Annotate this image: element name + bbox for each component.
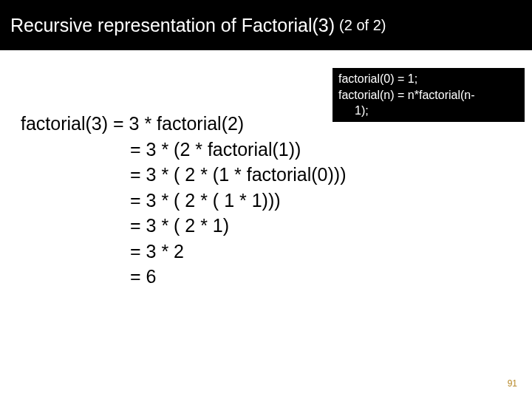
step-line: = 3 * 2 — [21, 239, 508, 265]
definition-box: factorial(0) = 1; factorial(n) = n*facto… — [332, 68, 525, 122]
step-line: = 3 * ( 2 * ( 1 * 1))) — [21, 188, 508, 214]
page-number: 91 — [508, 378, 517, 389]
step-line: = 3 * ( 2 * (1 * factorial(0))) — [21, 162, 508, 188]
title-bar: Recursive representation of Factorial(3)… — [0, 0, 532, 50]
definition-line-rec-a: factorial(n) = n*factorial(n- — [338, 87, 519, 103]
definition-line-base: factorial(0) = 1; — [338, 71, 519, 87]
step-line: = 3 * ( 2 * 1) — [21, 213, 508, 239]
definition-line-rec-b: 1); — [338, 103, 519, 119]
step-line: = 3 * (2 * factorial(1)) — [21, 137, 508, 163]
slide-title: Recursive representation of Factorial(3) — [10, 15, 335, 36]
expansion-steps: factorial(3) = 3 * factorial(2) = 3 * (2… — [21, 111, 508, 290]
step-line: = 6 — [21, 264, 508, 290]
slide-title-pager: (2 of 2) — [339, 17, 386, 34]
